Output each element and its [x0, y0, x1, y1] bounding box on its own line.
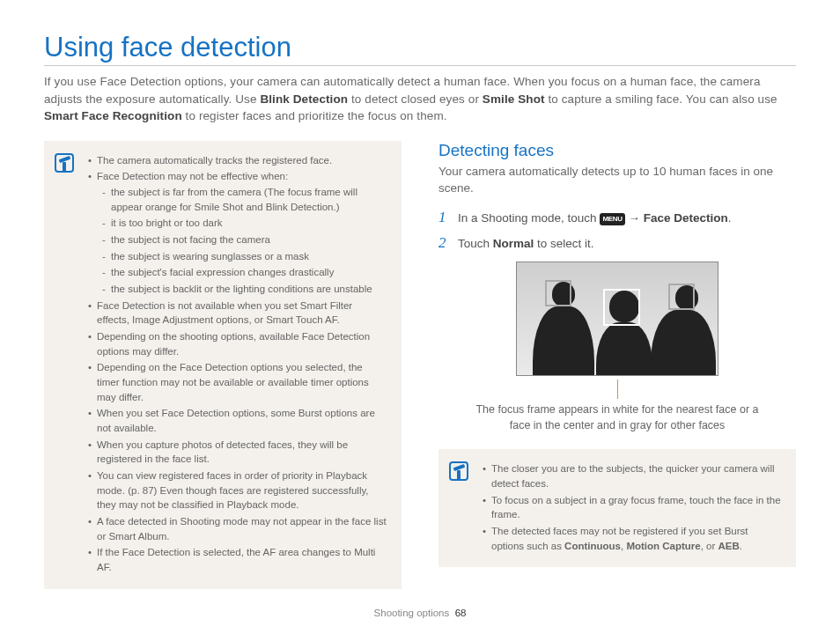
note-item: Depending on the Face Detection options … — [88, 360, 387, 404]
note-item: When you capture photos of detected face… — [88, 438, 387, 467]
note-item: When you set Face Detection options, som… — [88, 406, 387, 435]
face-detection-illustration — [516, 262, 718, 376]
focus-frame-gray — [545, 280, 571, 306]
note-bold: AEB — [718, 541, 740, 551]
section-intro: Your camera automatically detects up to … — [438, 164, 796, 197]
step-number: 2 — [438, 234, 451, 252]
note-subitem: the subject's facial expression changes … — [102, 265, 387, 280]
illustration-wrapper — [438, 262, 796, 399]
step-text-part: to select it. — [534, 237, 593, 250]
note-subitem: the subject is wearing sunglasses or a m… — [102, 249, 387, 264]
step-text: In a Shooting mode, touch MENU → Face De… — [458, 210, 796, 227]
intro-bold-smile: Smile Shot — [483, 92, 545, 106]
note-item: If the Face Detection is selected, the A… — [88, 545, 387, 574]
page-title: Using face detection — [44, 32, 796, 66]
step-2: 2 Touch Normal to select it. — [438, 234, 796, 253]
note-item: Face Detection is not available when you… — [88, 299, 387, 328]
note-subitem: the subject is backlit or the lighting c… — [102, 282, 387, 297]
note-item: The closer you are to the subjects, the … — [483, 461, 782, 490]
note-icon — [449, 461, 468, 481]
note-subitem: it is too bright or too dark — [102, 216, 387, 231]
footer-section: Shooting options — [374, 608, 450, 618]
left-note-list: The camera automatically tracks the regi… — [88, 153, 387, 575]
step-number: 1 — [438, 209, 451, 226]
note-subitem: the subject is not facing the camera — [102, 232, 387, 247]
note-item: To focus on a subject in a gray focus fr… — [483, 493, 782, 522]
left-column: The camera automatically tracks the regi… — [44, 141, 402, 589]
note-text: , or — [701, 541, 718, 551]
intro-text: to detect closed eyes or — [348, 92, 483, 106]
note-sublist: the subject is far from the camera (The … — [102, 185, 387, 297]
intro-text: to capture a smiling face. You can also … — [545, 92, 777, 106]
steps-list: 1 In a Shooting mode, touch MENU → Face … — [438, 209, 796, 253]
section-heading: Detecting faces — [438, 141, 796, 160]
left-note-box: The camera automatically tracks the regi… — [44, 141, 402, 589]
note-item: You can view registered faces in order o… — [88, 468, 387, 512]
note-item: A face detected in Shooting mode may not… — [88, 514, 387, 543]
note-icon — [55, 153, 74, 173]
page-number: 68 — [455, 608, 467, 618]
page-footer: Shooting options 68 — [0, 608, 840, 618]
step-text: Touch Normal to select it. — [458, 236, 796, 253]
illustration-caption: The focus frame appears in white for the… — [468, 402, 767, 433]
step-text-part: Touch — [458, 237, 493, 250]
note-item: The camera automatically tracks the regi… — [88, 153, 387, 168]
note-text: . — [740, 541, 742, 551]
step-text-part: In a Shooting mode, touch — [458, 211, 600, 225]
step-bold: Normal — [493, 237, 534, 250]
focus-frame-gray — [668, 284, 695, 310]
note-subitem: the subject is far from the camera (The … — [102, 185, 387, 214]
step-1: 1 In a Shooting mode, touch MENU → Face … — [438, 209, 796, 227]
note-bold: Continuous — [564, 541, 621, 551]
step-text-part: . — [728, 211, 732, 225]
right-column: Detecting faces Your camera automaticall… — [438, 141, 796, 589]
step-bold: Face Detection — [644, 211, 728, 225]
focus-frame-white — [603, 289, 640, 326]
note-item: Face Detection may not be effective when… — [88, 169, 387, 296]
note-item-text: Face Detection may not be effective when… — [97, 171, 288, 181]
step-text-part: → — [625, 211, 644, 225]
intro-bold-blink: Blink Detection — [260, 92, 348, 106]
note-item: The detected faces may not be registered… — [483, 524, 782, 553]
callout-line — [617, 380, 618, 399]
intro-paragraph: If you use Face Detection options, your … — [44, 73, 796, 125]
two-column-layout: The camera automatically tracks the regi… — [44, 141, 796, 589]
intro-bold-smart: Smart Face Recognition — [44, 109, 182, 122]
right-note-list: The closer you are to the subjects, the … — [483, 461, 782, 553]
manual-page: Using face detection If you use Face Det… — [0, 0, 840, 634]
note-bold: Motion Capture — [626, 541, 700, 551]
right-note-box: The closer you are to the subjects, the … — [438, 449, 796, 567]
intro-text: to register faces and prioritize the foc… — [182, 109, 447, 122]
menu-icon: MENU — [600, 213, 624, 225]
note-item: Depending on the shooting options, avail… — [88, 329, 387, 358]
